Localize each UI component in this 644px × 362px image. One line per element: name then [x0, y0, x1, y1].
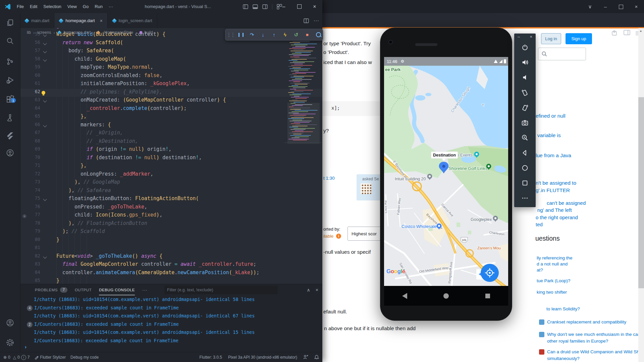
- inspect-icon[interactable]: [315, 31, 322, 39]
- emulator-rotate-right-icon[interactable]: [521, 104, 529, 111]
- so-search-input[interactable]: [538, 48, 586, 60]
- collapse-count-badge[interactable]: 2: [27, 322, 33, 327]
- close-panel-icon[interactable]: ×: [316, 287, 318, 293]
- code-line-64[interactable]: 64 _controller.complete(controller);: [20, 105, 322, 114]
- emulator-home-icon[interactable]: [521, 164, 529, 172]
- code-line-85[interactable]: 85 }: [20, 278, 322, 284]
- code-line-60[interactable]: 60 zoomControlsEnabled: false,: [20, 72, 322, 81]
- restart-icon[interactable]: ↺: [292, 31, 300, 39]
- so-link-fragment[interactable]: efined or null: [536, 113, 566, 119]
- hot-reload-icon[interactable]: ϟ: [281, 31, 289, 39]
- console-prompt[interactable]: ›: [25, 344, 26, 350]
- debug-config-item[interactable]: Debug my code: [70, 355, 99, 360]
- emulator-overview-icon[interactable]: [521, 179, 529, 187]
- stylizer-item[interactable]: Flutter Stylizer: [34, 355, 66, 360]
- emulator-close-button[interactable]: ×: [530, 34, 532, 43]
- code-line-68[interactable]: 68 // _kDestination,: [20, 138, 322, 146]
- panel-tab-debug-console[interactable]: DEBUG CONSOLE: [99, 284, 135, 295]
- my-location-fab[interactable]: [481, 264, 499, 282]
- code-line-72[interactable]: 72 onLongPress: _addMarker,: [20, 171, 322, 179]
- menu-item-file[interactable]: File: [14, 0, 26, 13]
- so-link-fragment[interactable]: at?: [537, 267, 543, 273]
- user-avatar[interactable]: [361, 183, 371, 194]
- scroll-up-icon[interactable]: ▲: [639, 29, 642, 33]
- panel-more-icon[interactable]: ···: [142, 287, 148, 293]
- vscode-maximize-button[interactable]: [291, 0, 307, 13]
- code-line-62[interactable]: 62 // polylines: {_kPolyline},: [20, 89, 322, 97]
- device-item[interactable]: Pixel 3a API 30 (android-x86 emulator): [228, 355, 297, 360]
- so-link-fragment[interactable]: n't be assigned to: [536, 180, 576, 186]
- fold-chevron-icon[interactable]: [43, 58, 47, 61]
- code-line-82[interactable]: 82 Future<void> _goToTheLake() async {: [20, 253, 322, 261]
- breadcrumb-item[interactable]: lib: [27, 30, 31, 35]
- android-home-icon[interactable]: [443, 293, 449, 299]
- menu-item-view[interactable]: View: [65, 0, 79, 13]
- emulator-volume-down-icon[interactable]: [521, 74, 529, 81]
- fold-chevron-icon[interactable]: [43, 255, 47, 258]
- so-link-fragment[interactable]: lly referencing the: [537, 255, 573, 260]
- maximize-panel-icon[interactable]: ∧: [307, 287, 310, 293]
- so-link-fragment[interactable]: t 1:30: [323, 176, 335, 181]
- editor-more-actions-icon[interactable]: ···: [314, 18, 319, 24]
- code-line-84[interactable]: 84 controller.animateCamera(CameraUpdate…: [20, 269, 322, 278]
- scrollbar-thumb[interactable]: [638, 97, 644, 288]
- activity-settings-icon[interactable]: [6, 338, 14, 347]
- code-line-75[interactable]: 75 floatingActionButton: FloatingActionB…: [20, 195, 322, 204]
- activity-flutter-icon[interactable]: [6, 132, 14, 140]
- extensions-puzzle-icon[interactable]: [610, 28, 618, 38]
- toggle-panel-icon[interactable]: [253, 4, 258, 9]
- browser-tabsearch-icon[interactable]: ∨: [582, 0, 598, 14]
- code-line-67[interactable]: 67 // _kOrigin,: [20, 130, 322, 138]
- vscode-close-button[interactable]: ×: [307, 0, 322, 13]
- toggle-sidebar-icon[interactable]: [243, 4, 248, 9]
- emulator-screenshot-icon[interactable]: [521, 119, 529, 126]
- split-editor-icon[interactable]: [304, 18, 309, 23]
- pause-icon[interactable]: [237, 31, 245, 39]
- step-out-icon[interactable]: ↑: [270, 31, 278, 39]
- tab-homepage.dart[interactable]: homepage.dart ×: [54, 13, 108, 28]
- step-over-icon[interactable]: ↷: [248, 31, 256, 39]
- emulator-back-icon[interactable]: [521, 149, 529, 157]
- collapse-count-badge[interactable]: 4: [27, 305, 33, 311]
- tab-login_screen.dart[interactable]: login_screen.dart: [108, 13, 157, 28]
- browser-minimize-button[interactable]: –: [598, 0, 613, 14]
- console-filter-input[interactable]: Filter (e.g. text, !exclude): [164, 286, 278, 294]
- breadcrumb[interactable]: lib›screens›homepage.dart›_HomepageState…: [27, 28, 153, 37]
- so-link-fragment[interactable]: to learn Solidity?: [546, 306, 580, 311]
- minimap[interactable]: [287, 40, 320, 144]
- code-line-74[interactable]: 74 ), // SafeArea: [20, 187, 322, 196]
- menu-item-go[interactable]: Go: [80, 0, 91, 13]
- so-link-fragment[interactable]: tue Park (Loop)?: [537, 278, 571, 283]
- activity-testing-icon[interactable]: [6, 114, 14, 122]
- signup-button[interactable]: Sign up: [566, 33, 592, 44]
- tab-main.dart[interactable]: main.dart: [20, 13, 54, 28]
- code-line-76[interactable]: 76 onPressed: _goToTheLake,: [20, 204, 322, 212]
- sort-dropdown[interactable]: Highest scor: [347, 227, 381, 241]
- emulator-power-icon[interactable]: [521, 44, 529, 51]
- code-line-83[interactable]: 83 final GoogleMapController controller …: [20, 261, 322, 269]
- lightbulb-icon[interactable]: [42, 91, 45, 95]
- info-icon[interactable]: i: [336, 234, 341, 239]
- breadcrumb-item[interactable]: homepage.dart: [64, 30, 91, 35]
- drag-handle-icon[interactable]: ⋮⋮: [226, 31, 233, 39]
- code-line-77[interactable]: 77 child: Icon(Icons.gps_fixed),: [20, 212, 322, 220]
- code-line-71[interactable]: 71 },: [20, 163, 322, 171]
- fold-chevron-icon[interactable]: [43, 99, 47, 102]
- breadcrumb-item[interactable]: screens: [37, 30, 51, 35]
- activity-account-icon[interactable]: [6, 318, 14, 327]
- stop-icon[interactable]: ■: [304, 31, 311, 39]
- code-line-66[interactable]: 66 markers: {: [20, 122, 322, 130]
- breadcrumb-item[interactable]: _HomepageState: [102, 30, 133, 35]
- fold-chevron-icon[interactable]: [43, 197, 47, 201]
- code-line-81[interactable]: 81: [20, 245, 322, 253]
- emulator-rotate-left-icon[interactable]: [521, 89, 529, 96]
- code-line-57[interactable]: 57 body: SafeArea(: [20, 48, 322, 56]
- panel-tab-output[interactable]: OUTPUT: [75, 284, 92, 295]
- browser-scrollbar[interactable]: ▲: [638, 28, 644, 362]
- code-line-63[interactable]: 63 onMapCreated: (GoogleMapController co…: [20, 97, 322, 105]
- code-line-69[interactable]: 69 if (origin != null) origin!,: [20, 146, 322, 155]
- code-line-79[interactable]: 79 ); // Scaffold: [20, 228, 322, 237]
- vscode-minimize-button[interactable]: –: [276, 0, 291, 13]
- so-link-fragment[interactable]: g'.in FLUTTER: [536, 187, 570, 193]
- activity-github-icon[interactable]: [6, 148, 14, 157]
